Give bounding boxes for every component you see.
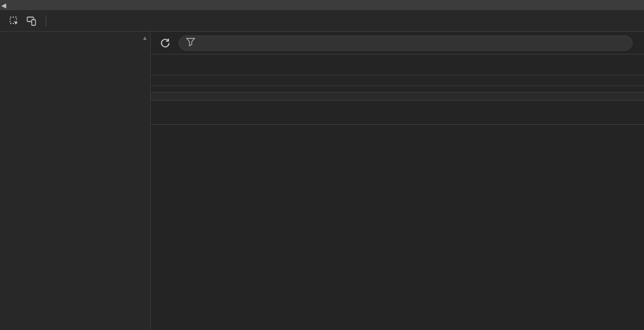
value-preview bbox=[151, 125, 644, 137]
filter-input[interactable] bbox=[201, 38, 626, 48]
titlebar-caret-icon[interactable]: ◀ bbox=[0, 2, 6, 9]
spacer bbox=[151, 86, 644, 92]
kv-header-key[interactable] bbox=[151, 92, 644, 101]
origin-row bbox=[151, 75, 644, 86]
filter-icon bbox=[186, 37, 196, 49]
inspect-element-icon[interactable] bbox=[5, 12, 23, 30]
devtools-tabstrip bbox=[0, 10, 644, 32]
origin-title bbox=[151, 54, 644, 75]
scroll-up-icon[interactable]: ▴ bbox=[141, 33, 149, 42]
storage-toolbar bbox=[151, 32, 644, 54]
window-titlebar: ◀ bbox=[0, 0, 644, 10]
application-main bbox=[151, 32, 644, 330]
kv-empty-row[interactable] bbox=[151, 101, 644, 125]
application-sidebar: ▴ bbox=[0, 32, 151, 330]
refresh-button[interactable] bbox=[157, 35, 174, 51]
device-toolbar-icon[interactable] bbox=[23, 12, 41, 30]
filter-box[interactable] bbox=[179, 35, 633, 51]
tabstrip-separator bbox=[46, 15, 46, 27]
